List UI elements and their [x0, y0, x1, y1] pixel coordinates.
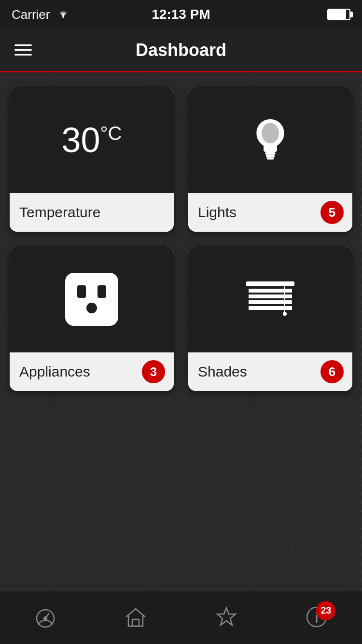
svg-rect-7 [249, 294, 292, 298]
bulb-icon [249, 117, 292, 163]
shades-badge: 6 [320, 360, 344, 383]
appliances-icon-area [10, 246, 174, 352]
menu-button[interactable] [14, 44, 32, 56]
temperature-label: Temperature [19, 204, 100, 221]
lights-card[interactable]: Lights 5 [188, 87, 352, 232]
shade-icon [244, 279, 297, 320]
shades-label-area: Shades 6 [188, 352, 352, 391]
lights-icon-area [188, 87, 352, 193]
star-icon [214, 605, 238, 631]
shades-label: Shades [198, 364, 247, 380]
svg-rect-9 [249, 306, 292, 310]
temperature-card[interactable]: 30°C Temperature [10, 87, 174, 232]
outlet-icon [65, 273, 118, 326]
svg-point-0 [62, 16, 64, 18]
temperature-icon-area: 30°C [10, 87, 174, 193]
status-bar: Carrier 12:13 PM [0, 0, 362, 29]
outlet-mouth [86, 303, 97, 313]
appliances-card[interactable]: Appliances 3 [10, 246, 174, 391]
appliances-badge: 3 [142, 360, 165, 383]
home-icon [124, 605, 148, 631]
page-title: Dashboard [136, 40, 226, 60]
appliances-label-area: Appliances 3 [10, 352, 174, 391]
svg-rect-6 [249, 289, 292, 293]
nav-info[interactable]: 23 [305, 605, 329, 631]
nav-home[interactable] [124, 605, 148, 631]
svg-rect-8 [249, 300, 292, 304]
lights-label-area: Lights 5 [188, 193, 352, 232]
lights-badge: 5 [320, 201, 344, 224]
battery-icon [327, 9, 350, 20]
app-header: Dashboard [0, 29, 362, 72]
svg-rect-1 [265, 152, 275, 155]
dashboard-grid: 30°C Temperature [10, 87, 352, 391]
lights-label: Lights [198, 204, 237, 221]
wifi-icon [56, 8, 70, 21]
svg-point-4 [262, 123, 279, 143]
status-time: 12:13 PM [152, 7, 210, 22]
shades-icon-area [188, 246, 352, 352]
appliances-label: Appliances [19, 364, 90, 380]
svg-rect-3 [267, 157, 274, 159]
svg-rect-15 [132, 619, 139, 626]
status-left: Carrier [12, 7, 70, 22]
temperature-label-area: Temperature [10, 193, 174, 232]
shades-card[interactable]: Shades 6 [188, 246, 352, 391]
info-icon: 23 [305, 605, 329, 631]
outlet-eye-right [97, 285, 106, 298]
svg-point-11 [283, 312, 287, 316]
outlet-eye-left [77, 285, 86, 298]
nav-dashboard[interactable] [33, 605, 57, 631]
bottom-nav: 23 [0, 591, 362, 644]
main-content: 30°C Temperature [0, 72, 362, 591]
nav-favorites[interactable] [214, 605, 238, 631]
svg-rect-2 [266, 155, 275, 158]
svg-point-14 [44, 617, 47, 620]
temperature-value: 30°C [62, 120, 122, 160]
svg-rect-5 [246, 281, 294, 286]
info-badge: 23 [316, 601, 335, 620]
speedometer-icon [33, 605, 57, 631]
outlet-eyes [77, 285, 106, 298]
carrier-label: Carrier [12, 7, 50, 22]
svg-marker-16 [217, 608, 236, 625]
